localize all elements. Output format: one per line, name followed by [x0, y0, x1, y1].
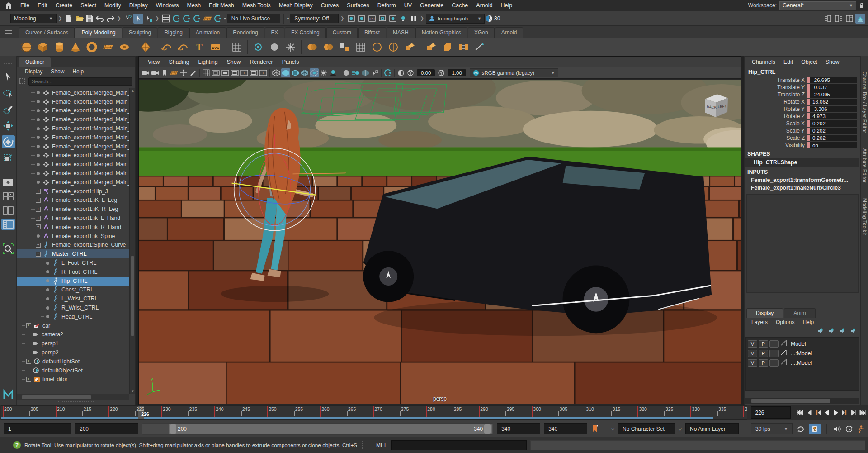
- anim-layer-arrow[interactable]: ▽: [679, 427, 682, 431]
- expand-icon[interactable]: +: [26, 323, 31, 328]
- outliner-item-female-export1-ik-spine[interactable]: Female_export1:ik_Spine: [17, 232, 129, 241]
- outliner-item-car[interactable]: +car: [17, 321, 129, 330]
- outliner-item-hip-ctrl[interactable]: Hip_CTRL: [17, 277, 129, 286]
- layer-visibility-toggle[interactable]: V: [748, 359, 757, 367]
- symmetry-options-arrow[interactable]: ▾: [287, 16, 289, 21]
- outliner-resize-grip[interactable]: [58, 401, 94, 404]
- channel-box-toggle-icon[interactable]: [844, 14, 854, 24]
- section-collapse[interactable]: ❯: [340, 16, 344, 21]
- sweep-mesh-icon[interactable]: [175, 39, 191, 55]
- motion-blur-icon[interactable]: [351, 68, 360, 77]
- step-back-frame-button[interactable]: [804, 407, 813, 419]
- section-collapse[interactable]: ❯: [156, 16, 159, 21]
- spin-edge-icon[interactable]: [402, 39, 417, 55]
- reduce-icon[interactable]: [283, 39, 298, 55]
- keyframe-tick[interactable]: [479, 406, 480, 417]
- animation-end-field[interactable]: 340: [544, 423, 587, 434]
- bookmark-icon[interactable]: [160, 68, 169, 77]
- select-object-icon[interactable]: [133, 14, 143, 24]
- menu-edit-mesh[interactable]: Edit Mesh: [205, 0, 238, 11]
- range-end-handle[interactable]: [484, 424, 491, 434]
- auto-key-icon[interactable]: [809, 424, 821, 434]
- select-hierarchy-icon[interactable]: [123, 14, 133, 24]
- save-scene-icon[interactable]: [85, 14, 94, 24]
- layer-row[interactable]: VPModel: [746, 339, 859, 348]
- open-scene-icon[interactable]: [74, 14, 84, 24]
- bookmark-range-icon[interactable]: [591, 424, 599, 434]
- go-to-start-button[interactable]: [795, 407, 804, 419]
- svg-tool-icon[interactable]: SVG: [208, 39, 223, 55]
- menu-cache[interactable]: Cache: [448, 0, 472, 11]
- snap-curve-icon[interactable]: [171, 14, 181, 24]
- layer-tab-display[interactable]: Display: [746, 308, 783, 318]
- move-tool[interactable]: [2, 119, 15, 132]
- outliner-search-input[interactable]: [28, 77, 132, 86]
- keyed-indicator[interactable]: [807, 84, 810, 91]
- move-layer-up-icon[interactable]: [816, 328, 823, 335]
- wireframe-icon[interactable]: [272, 68, 281, 77]
- outliner-item-camera2[interactable]: camera2: [17, 330, 129, 339]
- menu-file[interactable]: File: [16, 0, 33, 11]
- channelbox-menu-edit[interactable]: Edit: [780, 59, 797, 65]
- outliner-item-female-export1-merged-main-s[interactable]: Female_export1:Merged_Main_S: [17, 97, 129, 106]
- shadows-icon[interactable]: [329, 68, 338, 77]
- outliner-item-chest-ctrl[interactable]: Chest_CTRL: [17, 286, 129, 295]
- attribute-editor-toggle-icon[interactable]: [823, 14, 833, 24]
- channel-value-field[interactable]: 0.202: [810, 120, 857, 127]
- keyframe-tick[interactable]: [585, 406, 585, 417]
- lasso-tool[interactable]: [2, 86, 15, 100]
- menu-curves[interactable]: Curves: [317, 0, 343, 11]
- viewport-menu-view[interactable]: View: [143, 59, 164, 65]
- keyframe-tick[interactable]: [3, 406, 4, 417]
- workspace-panel-icon[interactable]: [855, 14, 865, 24]
- outliner-item-female-export1-hip-j[interactable]: +Female_export1:Hip_J: [17, 187, 129, 196]
- boolean-union-icon[interactable]: [304, 39, 320, 55]
- curve-tool-icon[interactable]: [159, 39, 175, 55]
- gamma-field[interactable]: 1.00: [448, 69, 466, 76]
- layer-tab-anim[interactable]: Anim: [784, 308, 815, 318]
- channel-value-field[interactable]: 4.973: [810, 113, 857, 119]
- keyed-indicator[interactable]: [807, 77, 810, 83]
- outliner-vscroll-thumb[interactable]: [131, 256, 134, 336]
- keyframe-tick[interactable]: [214, 406, 215, 417]
- outliner-item-female-export1-merged-main-s[interactable]: Female_export1:Merged_Main_S: [17, 88, 129, 97]
- cached-playback-badge[interactable]: 30: [486, 15, 500, 22]
- expand-icon[interactable]: +: [26, 377, 31, 382]
- character-set-field[interactable]: No Character Set: [618, 423, 675, 434]
- play-backwards-button[interactable]: [822, 407, 831, 419]
- outliner-item-female-export1-merged-main-s[interactable]: Female_export1:Merged_Main_S: [17, 106, 129, 115]
- layer-row[interactable]: VP...:Model: [746, 348, 859, 358]
- grease-pencil-icon[interactable]: [189, 68, 198, 77]
- new-scene-icon[interactable]: [64, 14, 74, 24]
- poly-cube-icon[interactable]: [35, 39, 51, 55]
- shelf-tab-animation[interactable]: Animation: [189, 27, 226, 38]
- workspace-dropdown[interactable]: General*▼: [779, 1, 856, 10]
- step-forward-key-button[interactable]: [840, 407, 849, 419]
- shelf-menu-icon[interactable]: [5, 30, 12, 34]
- snap-view-plane-icon[interactable]: [203, 14, 212, 24]
- sidetab-modeling-toolkit[interactable]: Modeling Toolkit: [862, 198, 868, 235]
- safe-title-icon[interactable]: T: [259, 68, 268, 77]
- redo-icon[interactable]: [105, 14, 115, 24]
- outliner-item-head-ctrl[interactable]: Head_CTRL: [17, 312, 129, 321]
- shelf-tab-xgen[interactable]: XGen: [468, 27, 495, 38]
- outliner-item-female-export1-merged-main-s[interactable]: Female_export1:Merged_Main_S: [17, 115, 129, 124]
- texture-paint-icon[interactable]: [388, 14, 398, 24]
- expand-icon[interactable]: +: [36, 207, 41, 212]
- keyframe-tick[interactable]: [690, 406, 691, 417]
- menu-create[interactable]: Create: [52, 0, 77, 11]
- keyed-indicator[interactable]: [807, 142, 810, 148]
- outliner-item-persp2[interactable]: persp2: [17, 348, 129, 357]
- sync-icon[interactable]: [845, 425, 853, 433]
- section-collapse[interactable]: ❯: [58, 16, 62, 21]
- outliner-item-female-export1-spine-curve[interactable]: +Female_export1:Spine_Curve: [17, 241, 129, 250]
- menu-arnold[interactable]: Arnold: [472, 0, 496, 11]
- keyframe-tick[interactable]: [108, 406, 109, 417]
- wireframe-on-shaded-icon[interactable]: [300, 68, 309, 77]
- menu-modify[interactable]: Modify: [100, 0, 125, 11]
- outliner-item-r-foot-ctrl[interactable]: R_Foot_CTRL: [17, 267, 129, 277]
- layer-playback-toggle[interactable]: P: [759, 359, 768, 367]
- pause-viewport-icon[interactable]: [409, 14, 419, 24]
- lighting-icon[interactable]: [319, 68, 328, 77]
- layer-name[interactable]: ...:Model: [791, 350, 812, 357]
